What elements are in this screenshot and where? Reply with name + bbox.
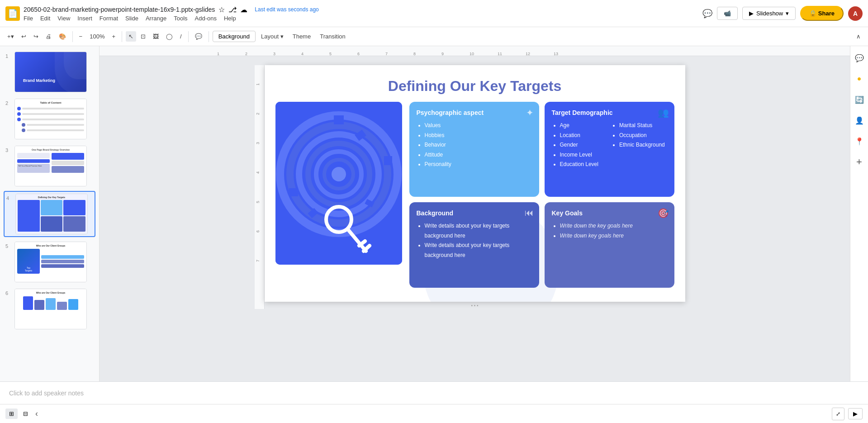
star-icon[interactable]: ☆: [218, 5, 225, 14]
key-goals-title: Key Goals: [552, 209, 667, 217]
menu-edit[interactable]: Edit: [40, 15, 50, 22]
demo-item-1: Age: [560, 121, 608, 131]
slide-panel: 1 Brand Marketing 2 Table of Content: [0, 46, 100, 381]
slide-preview-3: One Page Brand Strategy Overview Tell Yo…: [14, 146, 87, 186]
branch-icon[interactable]: ⎇: [228, 5, 237, 14]
filmstrip-view-button[interactable]: ⊟: [19, 409, 32, 419]
slide-num-4: 4: [6, 195, 13, 201]
slide-thumbnail-4[interactable]: 4 Defining Our Key Targets: [4, 191, 95, 237]
undo-button[interactable]: ↩: [19, 31, 29, 42]
menu-help[interactable]: Help: [224, 15, 236, 22]
slide-title-plain: Defining Our: [388, 78, 480, 94]
separator-1: [72, 31, 73, 42]
notes-area[interactable]: Click to add speaker notes: [0, 381, 868, 404]
avatar: A: [848, 6, 863, 21]
layout-label: Layout: [261, 33, 279, 40]
slide-title-highlight: Key Targets: [479, 78, 561, 94]
image-tool[interactable]: 🖼: [150, 31, 161, 42]
share-button[interactable]: 🔒 Share: [800, 6, 844, 21]
slideshow-button[interactable]: ▶ Slideshow ▾: [742, 7, 796, 20]
demo-item-2: Location: [560, 131, 608, 141]
slide-body: ✦ Psychographic aspect Values Hobbies Be…: [265, 95, 685, 295]
print-button[interactable]: 🖨: [43, 31, 54, 42]
layout-button[interactable]: Layout ▾: [257, 31, 287, 42]
demographic-col1: Age Location Gender Income Level Educati…: [552, 121, 608, 170]
zoom-level[interactable]: 100%: [87, 31, 107, 42]
psychographic-title: Psychographic aspect: [417, 109, 532, 116]
menu-file[interactable]: File: [24, 15, 33, 22]
textbox-tool[interactable]: ⊡: [138, 31, 148, 42]
slide-preview-2: Table of Content: [14, 99, 87, 139]
collapse-sidebar-button[interactable]: ‹: [35, 409, 38, 418]
slide-thumbnail-2[interactable]: 2 Table of Content: [4, 97, 95, 141]
resize-dots: • • •: [471, 303, 478, 308]
key-goals-list: Write down the key goals here Write down…: [552, 221, 667, 241]
menu-slide[interactable]: Slide: [125, 15, 138, 22]
notes-placeholder[interactable]: Click to add speaker notes: [9, 390, 84, 397]
psychographic-list: Values Hobbies Behavior Attitude Persona…: [417, 121, 532, 170]
view-options: ⊞ ⊟: [5, 409, 32, 419]
theme-button[interactable]: Theme: [289, 31, 314, 42]
right-panel-person-icon[interactable]: 👤: [852, 113, 867, 128]
meet-icon: 📹: [724, 10, 731, 17]
main-area: 1 Brand Marketing 2 Table of Content: [0, 46, 868, 381]
slide-num-2: 2: [5, 100, 12, 106]
layout-chevron: ▾: [280, 33, 284, 40]
menu-arrange[interactable]: Arrange: [146, 15, 166, 22]
slideshow-label: Slideshow: [756, 10, 783, 17]
zoom-out-button[interactable]: −: [76, 31, 85, 42]
cursor-tool[interactable]: ↖: [126, 31, 136, 42]
separator-4: [209, 31, 209, 42]
right-panel-add-icon[interactable]: +: [852, 155, 867, 169]
slide-thumbnail-5[interactable]: 5 Who are Our Client Groups TopTargets: [4, 240, 95, 284]
separator-2: [122, 31, 122, 42]
toolbar: +▾ ↩ ↪ 🖨 🎨 − 100% + ↖ ⊡ 🖼 ◯ / 💬 Backgrou…: [0, 27, 868, 46]
slide-thumbnail-1[interactable]: 1 Brand Marketing: [4, 50, 95, 94]
cloud-icon[interactable]: ☁: [240, 5, 247, 14]
bottom-right: ⤢ ▶: [832, 408, 863, 420]
slide1-content: Brand Marketing: [15, 52, 86, 92]
bottom-bar: ⊞ ⊟ ‹ ⤢ ▶: [0, 404, 868, 423]
menu-addons[interactable]: Add-ons: [195, 15, 217, 22]
shape-tool[interactable]: ◯: [163, 31, 175, 42]
slide-title: Defining Our Key Targets: [265, 65, 685, 95]
background-button[interactable]: Background: [213, 31, 256, 42]
slide-canvas: Defining Our Key Targets: [265, 65, 685, 302]
slide5-content: Who are Our Client Groups TopTargets: [15, 242, 86, 282]
right-panel-chat-icon[interactable]: 💬: [852, 51, 867, 65]
expand-icon: ⤢: [836, 411, 840, 417]
add-button[interactable]: +▾: [5, 31, 17, 42]
menu-insert[interactable]: Insert: [77, 15, 92, 22]
right-panel-map-icon[interactable]: 📍: [852, 134, 867, 148]
menu-format[interactable]: Format: [100, 15, 118, 22]
background-item-1: Write details about your key targets bac…: [425, 221, 532, 241]
demo-item-7: Occupation: [619, 131, 667, 141]
menu-tools[interactable]: Tools: [174, 15, 187, 22]
line-tool[interactable]: /: [177, 31, 185, 42]
comments-icon[interactable]: 💬: [702, 9, 712, 19]
slide-preview-5: Who are Our Client Groups TopTargets: [14, 242, 87, 282]
slideshow-chevron: ▾: [786, 10, 789, 17]
slide-thumbnail-3[interactable]: 3 One Page Brand Strategy Overview Tell …: [4, 144, 95, 188]
right-panel-sync-icon[interactable]: 🔄: [852, 92, 867, 107]
top-bar: 📄 20650-02-brand-marketing-powerpoint-te…: [0, 0, 868, 27]
redo-button[interactable]: ↪: [31, 31, 41, 42]
svg-point-7: [332, 167, 346, 181]
demo-item-6: Marital Status: [619, 121, 667, 131]
menu-view[interactable]: View: [57, 15, 70, 22]
collapse-toolbar-button[interactable]: ∧: [854, 31, 863, 42]
grid-view-button[interactable]: ⊞: [5, 409, 18, 419]
right-panel-yellow-icon[interactable]: ●: [852, 71, 867, 86]
next-slide-button[interactable]: ▶: [848, 408, 863, 419]
zoom-in-button[interactable]: +: [109, 31, 118, 42]
comment-tool[interactable]: 💬: [192, 31, 205, 42]
paint-format-button[interactable]: 🎨: [56, 31, 69, 42]
canvas-resize-handle[interactable]: • • •: [265, 302, 685, 309]
transition-button[interactable]: Transition: [316, 31, 349, 42]
expand-button[interactable]: ⤢: [832, 408, 844, 420]
right-panel: 💬 ● 🔄 👤 📍 +: [850, 46, 868, 381]
slide4-content: Defining Our Key Targets: [16, 194, 87, 234]
slide-thumbnail-6[interactable]: 6 Who are Our Client Groups: [4, 287, 95, 331]
title-area: 20650-02-brand-marketing-powerpoint-temp…: [24, 5, 699, 22]
meet-btn[interactable]: 📹: [717, 7, 738, 20]
